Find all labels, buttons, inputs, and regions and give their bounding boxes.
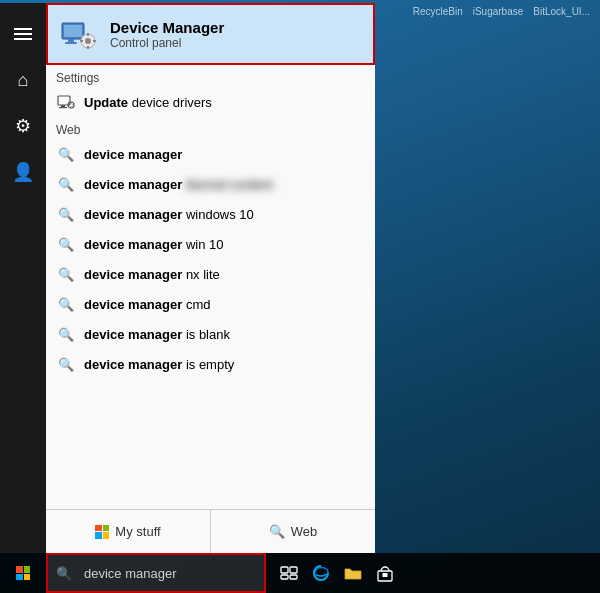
desktop-label-2: iSugarbase [473,6,524,17]
bottom-tab-bar: My stuff 🔍 Web [46,509,375,553]
tab-web[interactable]: 🔍 Web [211,510,375,553]
svg-rect-18 [281,567,288,573]
start-menu: ⌂ ⚙ 👤 [0,3,375,553]
web-item-1-text: device manager [84,147,182,162]
top-result-subtitle: Control panel [110,36,224,50]
svg-rect-20 [281,575,288,579]
taskbar-search-wrapper: 🔍 [46,553,266,593]
sidebar: ⌂ ⚙ 👤 [0,3,46,553]
taskbar: 🔍 [0,553,600,593]
web-item-2-text: device manager blurred content [84,177,273,192]
svg-rect-1 [64,25,82,37]
device-manager-icon [58,13,100,55]
sidebar-settings-button[interactable]: ⚙ [0,103,46,149]
web-item-5-text: device manager nx lite [84,267,220,282]
start-windows-icon [16,566,30,580]
web-item-2[interactable]: 🔍 device manager blurred content [46,169,375,199]
search-icon-7: 🔍 [56,324,76,344]
store-icon[interactable] [370,553,400,593]
web-section-label: Web [46,117,375,139]
user-icon: 👤 [12,161,34,183]
web-item-7-text: device manager is blank [84,327,230,342]
web-item-8[interactable]: 🔍 device manager is empty [46,349,375,379]
svg-rect-19 [290,567,297,573]
top-result-item[interactable]: Device Manager Control panel [46,3,375,65]
svg-rect-23 [383,573,388,577]
top-result-text: Device Manager Control panel [110,19,224,50]
web-item-1[interactable]: 🔍 device manager [46,139,375,169]
search-icon-3: 🔍 [56,204,76,224]
web-item-6-text: device manager cmd [84,297,210,312]
sidebar-home-button[interactable]: ⌂ [0,57,46,103]
web-item-4-text: device manager win 10 [84,237,223,252]
taskbar-search-input[interactable] [46,553,266,593]
svg-rect-2 [68,39,74,42]
svg-rect-9 [93,40,96,42]
windows-logo-icon [95,525,109,539]
search-content: Device Manager Control panel Settings [46,3,375,553]
search-icon-4: 🔍 [56,234,76,254]
sidebar-user-button[interactable]: 👤 [0,149,46,195]
start-button[interactable] [0,553,46,593]
web-item-8-text: device manager is empty [84,357,234,372]
search-icon-8: 🔍 [56,354,76,374]
tab-web-search-icon: 🔍 [269,524,285,539]
desktop-label-3: BitLock_UI... [533,6,590,17]
web-item-6[interactable]: 🔍 device manager cmd [46,289,375,319]
search-icon-5: 🔍 [56,264,76,284]
svg-rect-21 [290,575,297,579]
sidebar-menu-button[interactable] [0,11,46,57]
settings-item-icon [56,92,76,112]
settings-update-drivers-text: Update device drivers [84,95,212,110]
svg-rect-7 [87,46,89,49]
search-icon-6: 🔍 [56,294,76,314]
svg-rect-6 [87,33,89,36]
tab-web-label: Web [291,524,318,539]
svg-rect-8 [80,40,83,42]
settings-item-update-drivers[interactable]: Update device drivers [46,87,375,117]
desktop-label-1: RecycleBin [413,6,463,17]
web-item-3-text: device manager windows 10 [84,207,254,222]
web-item-3[interactable]: 🔍 device manager windows 10 [46,199,375,229]
svg-rect-11 [61,105,65,107]
tab-my-stuff[interactable]: My stuff [46,510,211,553]
tab-my-stuff-label: My stuff [115,524,160,539]
edge-icon[interactable] [306,553,336,593]
web-item-7[interactable]: 🔍 device manager is blank [46,319,375,349]
search-icon-2: 🔍 [56,174,76,194]
search-icon-1: 🔍 [56,144,76,164]
hamburger-icon [14,28,32,40]
task-view-icon[interactable] [274,553,304,593]
file-explorer-icon[interactable] [338,553,368,593]
svg-point-5 [85,38,91,44]
taskbar-right-icons [266,553,408,593]
settings-section-label: Settings [46,65,375,87]
web-item-4[interactable]: 🔍 device manager win 10 [46,229,375,259]
home-icon: ⌂ [18,70,29,91]
top-result-title: Device Manager [110,19,224,36]
settings-icon: ⚙ [15,115,31,137]
svg-rect-3 [65,42,77,44]
web-item-5[interactable]: 🔍 device manager nx lite [46,259,375,289]
svg-rect-12 [59,107,67,108]
